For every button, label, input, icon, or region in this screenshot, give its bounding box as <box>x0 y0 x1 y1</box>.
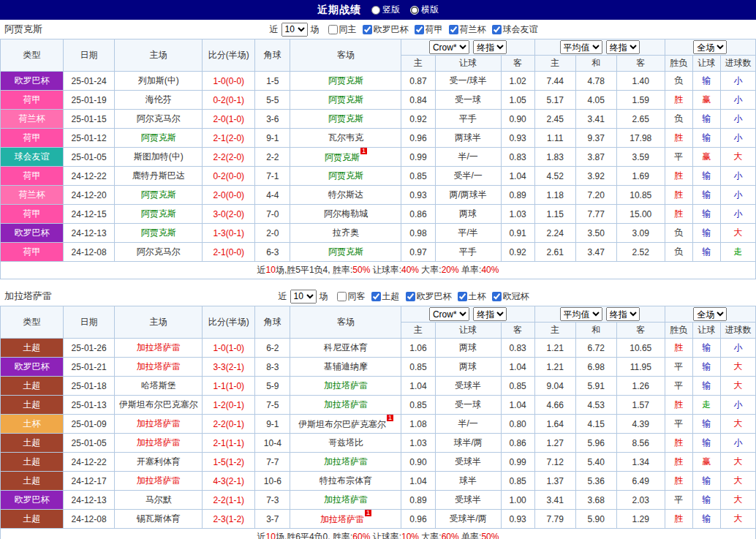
home-team: 加拉塔萨雷 <box>115 358 203 377</box>
avg-draw: 7.20 <box>575 186 616 205</box>
recent-count-select[interactable]: 10 <box>281 23 308 37</box>
odds-company-select[interactable]: Crow* <box>429 307 469 321</box>
match-row: 荷兰杯25-01-15阿尔克马尔2-0(1-0)3-6阿贾克斯0.92平手0.9… <box>1 110 756 129</box>
match-row: 土超25-01-18哈塔斯堡1-1(1-0)5-9加拉塔萨雷1.04受球半0.8… <box>1 377 756 396</box>
league-badge: 荷甲 <box>1 243 64 262</box>
summary-text: 40% <box>481 265 499 275</box>
avg-draw: 6.98 <box>575 358 616 377</box>
home-team: 阿贾克斯 <box>115 186 203 205</box>
fullmatch-select[interactable]: 全场 <box>693 307 727 321</box>
odds-time-select[interactable]: 终指 <box>473 307 507 321</box>
recent-count-select[interactable]: 10 <box>290 290 317 304</box>
filter-checkbox[interactable] <box>371 292 381 301</box>
odds-home: 1.08 <box>401 415 435 434</box>
league-badge: 欧罗巴杯 <box>1 358 64 377</box>
home-team: 开塞利体育 <box>115 453 203 472</box>
odds-time-select[interactable]: 终指 <box>473 40 507 54</box>
score-cell: 2-3(1-2) <box>203 510 255 529</box>
odds-home: 1.03 <box>401 434 435 453</box>
home-team: 鹿特丹斯巴达 <box>115 167 203 186</box>
filter-option[interactable]: 荷兰杯 <box>449 23 486 36</box>
filter-option[interactable]: 同主 <box>328 23 357 36</box>
odds-company-select[interactable]: Crow* <box>429 40 469 54</box>
filter-checkbox[interactable] <box>492 292 502 301</box>
odds-away: 0.86 <box>501 434 534 453</box>
team-name: 加拉塔萨雷 <box>4 290 52 303</box>
avg-type-select[interactable]: 平均值 <box>560 40 602 54</box>
horizontal-layout-radio[interactable] <box>410 6 419 15</box>
avg-away: 2.65 <box>616 110 665 129</box>
filter-option[interactable]: 欧冠杯 <box>492 290 529 303</box>
odds-away: 1.00 <box>501 491 534 510</box>
summary-text: 10% <box>401 532 419 539</box>
result-goals: 小 <box>720 72 755 91</box>
team-name-text: 斯图加特(中) <box>134 151 184 162</box>
filter-option[interactable]: 球会友谊 <box>492 23 538 36</box>
result-outcome: 负 <box>665 243 692 262</box>
corner-cell: 3-6 <box>255 110 290 129</box>
score-cell: 2-2(1-1) <box>203 491 255 510</box>
away-team: 特尔斯达 <box>290 186 401 205</box>
vertical-layout-radio[interactable] <box>371 6 380 15</box>
match-row: 土杯25-01-09加拉塔萨雷2-2(0-1)9-1伊斯坦布尔巴萨克塞尔11.0… <box>1 415 756 434</box>
result-handicap: 输 <box>692 358 720 377</box>
result-goals: 小 <box>720 186 755 205</box>
layout-option-horizontal[interactable]: 横版 <box>410 4 439 16</box>
team-name-text: 伊斯坦布尔巴萨克塞尔 <box>298 419 386 429</box>
avg-time-select[interactable]: 终指 <box>606 307 640 321</box>
match-row: 欧罗巴杯25-01-24列加斯(中)1-0(0-0)1-5阿贾克斯0.87受一/… <box>1 72 756 91</box>
subcol-avg-away: 客 <box>616 323 665 339</box>
away-team: 阿贾克斯 <box>290 91 401 110</box>
away-team: 加拉塔萨雷 <box>290 491 401 510</box>
avg-draw: 3.92 <box>575 167 616 186</box>
match-row: 荷兰杯24-12-20阿贾克斯2-0(0-0)4-4特尔斯达0.93两/两球半0… <box>1 186 756 205</box>
match-date: 25-01-15 <box>64 110 115 129</box>
filter-checkbox[interactable] <box>458 292 467 301</box>
avg-home: 1.21 <box>534 339 575 358</box>
filter-option[interactable]: 欧罗巴杯 <box>363 23 409 36</box>
corner-cell: 5-9 <box>255 377 290 396</box>
match-date: 24-12-22 <box>64 167 115 186</box>
section-ajax: 阿贾克斯 近 10 场 同主欧罗巴杯荷甲荷兰杯球会友谊 类型 日期 主场 比分(… <box>0 20 756 279</box>
match-row: 土超25-01-26加拉塔萨雷1-0(1-0)6-2科尼亚体育1.06两球0.8… <box>1 339 756 358</box>
filter-checkbox[interactable] <box>406 292 415 301</box>
summary-text: 20% <box>442 265 459 275</box>
odds-home: 0.97 <box>401 243 435 262</box>
filter-checkbox[interactable] <box>328 25 338 34</box>
filter-checkbox[interactable] <box>363 25 372 34</box>
filter-checkbox[interactable] <box>337 292 347 301</box>
filter-label: 欧罗巴杯 <box>417 290 452 303</box>
match-row: 荷甲25-01-12阿贾克斯2-1(2-0)9-1瓦尔韦克0.96两球半0.93… <box>1 129 756 148</box>
away-team: 加拉塔萨雷 <box>290 377 401 396</box>
score-cell: 0-2(0-1) <box>203 91 255 110</box>
avg-home: 1.15 <box>534 205 575 224</box>
filter-checkbox[interactable] <box>415 25 424 34</box>
team-name-text: 阿贾克斯 <box>328 113 363 124</box>
filter-option[interactable]: 土杯 <box>458 290 486 303</box>
col-away: 客场 <box>290 306 401 339</box>
avg-time-select[interactable]: 终指 <box>606 40 640 54</box>
odds-handicap: 球半 <box>435 472 501 491</box>
result-handicap: 输 <box>692 510 720 529</box>
result-handicap: 输 <box>692 339 720 358</box>
odds-handicap: 受球半 <box>435 491 501 510</box>
filter-option[interactable]: 土超 <box>371 290 400 303</box>
filter-checkbox[interactable] <box>492 25 502 34</box>
home-team: 阿尔克马尔 <box>115 110 203 129</box>
team-name: 阿贾克斯 <box>4 23 42 36</box>
filter-option[interactable]: 荷甲 <box>415 23 443 36</box>
avg-type-select[interactable]: 平均值 <box>560 307 602 321</box>
red-card-badge: 1 <box>365 510 371 516</box>
avg-away: 11.95 <box>616 358 665 377</box>
filter-option[interactable]: 欧罗巴杯 <box>406 290 452 303</box>
filter-option[interactable]: 同客 <box>337 290 366 303</box>
avg-draw: 4.15 <box>575 415 616 434</box>
team-name-text: 伊斯坦布尔巴克塞尔 <box>119 399 198 410</box>
team-name-text: 瓦尔韦克 <box>328 132 363 143</box>
filter-checkbox[interactable] <box>449 25 458 34</box>
fullmatch-select[interactable]: 全场 <box>693 40 727 54</box>
avg-home: 7.79 <box>534 510 575 529</box>
layout-option-vertical[interactable]: 竖版 <box>371 4 400 16</box>
avg-home: 4.52 <box>534 167 575 186</box>
subcol-avg-draw: 和 <box>575 56 616 72</box>
